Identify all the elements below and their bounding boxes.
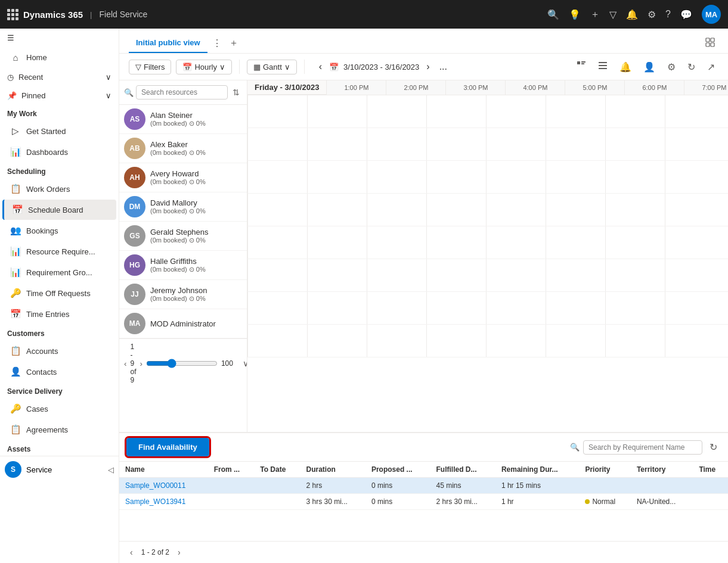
gantt-cell-r6-3-00-PM[interactable] [367, 259, 426, 291]
gantt-cell-r2-5-00-PM[interactable] [486, 128, 546, 160]
board-view-icon[interactable] [702, 35, 718, 52]
tab-options-button[interactable]: ⋮ [210, 35, 224, 51]
gantt-cell-r6-1-00-PM[interactable] [247, 259, 307, 291]
add-tab-button[interactable]: ＋ [227, 35, 241, 52]
filters-button[interactable]: ▽ Filters [129, 60, 171, 74]
gantt-cell-r7-4-00-PM[interactable] [426, 292, 486, 324]
resource-search-input[interactable] [136, 85, 228, 99]
prev-date-button[interactable]: ‹ [317, 59, 324, 74]
gantt-cell-r7-2-00-PM[interactable] [307, 292, 367, 324]
gantt-cell-r2-7-00-PM[interactable] [605, 128, 665, 160]
sidebar-item-requirement-groups[interactable]: 📊 Requirement Gro... [2, 262, 116, 282]
gantt-cell-r5-4-00-PM[interactable] [426, 226, 486, 259]
gantt-cell-r4-6-00-PM[interactable] [546, 194, 605, 226]
gantt-cell-r4-3-00-PM[interactable] [367, 194, 426, 226]
sidebar-item-dashboards[interactable]: 📊 Dashboards [2, 142, 116, 162]
gantt-cell-r3-7-00-PM[interactable] [605, 161, 665, 193]
hourly-view-button[interactable]: 📅 Hourly ∨ [176, 60, 232, 74]
gantt-cell-r5-5-00-PM[interactable] [486, 226, 546, 259]
table-row-r1[interactable]: Sample_WO000112 hrs0 mins45 mins1 hr 15 … [119, 478, 728, 494]
list-view-icon[interactable] [594, 58, 611, 75]
gantt-cell-r1-2-00-PM[interactable] [307, 95, 367, 127]
gantt-cell-r5-3-00-PM[interactable] [367, 226, 426, 259]
gantt-cell-r8-6-00-PM[interactable] [546, 325, 605, 357]
gantt-cell-r3-8-00-PM[interactable] [665, 161, 724, 193]
sidebar-item-agreements[interactable]: 📋 Agreements [2, 419, 116, 440]
gantt-cell-r4-1-00-PM[interactable] [247, 194, 307, 226]
gantt-cell-r5-8-00-PM[interactable] [665, 226, 724, 259]
more-options-button[interactable]: ... [437, 59, 450, 74]
collapse-button[interactable]: ∨ [243, 359, 247, 368]
gantt-cell-r6-2-00-PM[interactable] [307, 259, 367, 291]
gantt-cell-r5-2-00-PM[interactable] [307, 226, 367, 259]
gantt-cell-r8-2-00-PM[interactable] [307, 325, 367, 357]
gantt-cell-r6-4-00-PM[interactable] [426, 259, 486, 291]
gantt-cell-r3-1-00-PM[interactable] [247, 161, 307, 193]
resource-prev-page-button[interactable]: ‹ [124, 359, 126, 368]
req-name-link-r2[interactable]: Sample_WO13941 [125, 497, 185, 506]
sidebar-item-schedule-board[interactable]: 📅 Schedule Board [2, 200, 116, 220]
plus-icon[interactable]: ＋ [590, 8, 600, 21]
gantt-cell-r3-2-00-PM[interactable] [307, 161, 367, 193]
sidebar-item-contacts[interactable]: 👤 Contacts [2, 362, 116, 382]
bell-icon[interactable]: 🔔 [626, 9, 638, 20]
gantt-cell-r7-8-00-PM[interactable] [665, 292, 724, 324]
gantt-cell-r8-4-00-PM[interactable] [426, 325, 486, 357]
resource-item-r6[interactable]: HG Halle Griffiths (0m booked) ⊙ 0% [119, 251, 247, 280]
gantt-cell-r5-7-00-PM[interactable] [605, 226, 665, 259]
sidebar-bottom-service[interactable]: S Service ◁ [0, 456, 119, 483]
lightbulb-icon[interactable]: 💡 [569, 9, 581, 20]
resource-item-r2[interactable]: AB Alex Baker (0m booked) ⊙ 0% [119, 134, 247, 163]
zoom-slider[interactable] [146, 359, 218, 368]
sidebar-item-cases[interactable]: 🔑 Cases [2, 399, 116, 419]
gantt-cell-r1-6-00-PM[interactable] [546, 95, 605, 127]
gantt-cell-r2-6-00-PM[interactable] [546, 128, 605, 160]
gantt-cell-r7-6-00-PM[interactable] [546, 292, 605, 324]
next-date-button[interactable]: › [424, 59, 432, 74]
gantt-cell-r1-7-00-PM[interactable] [605, 95, 665, 127]
sidebar-item-home[interactable]: ⌂ Home [2, 48, 116, 67]
gantt-cell-r8-3-00-PM[interactable] [367, 325, 426, 357]
gantt-cell-r6-8-00-PM[interactable] [665, 259, 724, 291]
alert-bell-icon[interactable]: 🔔 [616, 58, 635, 75]
help-icon[interactable]: ? [665, 9, 671, 20]
gantt-cell-r5-1-00-PM[interactable] [247, 226, 307, 259]
chat-icon[interactable]: 💬 [680, 9, 692, 20]
gantt-cell-r1-8-00-PM[interactable] [665, 95, 724, 127]
gantt-cell-r8-7-00-PM[interactable] [605, 325, 665, 357]
gantt-cell-r1-3-00-PM[interactable] [367, 95, 426, 127]
gantt-cell-r4-7-00-PM[interactable] [605, 194, 665, 226]
requirement-refresh-icon[interactable]: ↻ [706, 439, 721, 455]
sidebar-item-accounts[interactable]: 📋 Accounts [2, 341, 116, 361]
gantt-cell-r7-7-00-PM[interactable] [605, 292, 665, 324]
req-name-link-r1[interactable]: Sample_WO00011 [125, 481, 185, 490]
expand-icon[interactable]: ↗ [704, 58, 718, 75]
resource-item-r3[interactable]: AH Avery Howard (0m booked) ⊙ 0% [119, 163, 247, 192]
gantt-cell-r1-1-00-PM[interactable] [247, 95, 307, 127]
gantt-cell-r8-1-00-PM[interactable] [247, 325, 307, 357]
gantt-cell-r2-8-00-PM[interactable] [665, 128, 724, 160]
sidebar-item-pinned[interactable]: 📌 Pinned ∨ [0, 86, 119, 105]
app-launcher-icon[interactable] [7, 9, 18, 20]
gantt-cell-r1-5-00-PM[interactable] [486, 95, 546, 127]
gantt-cell-r6-5-00-PM[interactable] [486, 259, 546, 291]
board-settings-icon[interactable]: ⚙ [664, 58, 679, 75]
gantt-cell-r5-6-00-PM[interactable] [546, 226, 605, 259]
filter-icon[interactable]: ▽ [609, 9, 617, 20]
gantt-cell-r6-7-00-PM[interactable] [605, 259, 665, 291]
gantt-cell-r7-1-00-PM[interactable] [247, 292, 307, 324]
settings-icon[interactable]: ⚙ [648, 9, 656, 20]
resource-item-r4[interactable]: DM David Mallory (0m booked) ⊙ 0% [119, 192, 247, 222]
sidebar-item-resource-requirements[interactable]: 📊 Resource Require... [2, 241, 116, 262]
gantt-cell-r4-5-00-PM[interactable] [486, 194, 546, 226]
sort-button[interactable]: ⇅ [230, 85, 242, 99]
sidebar-item-time-entries[interactable]: 📅 Time Entries [2, 304, 116, 324]
resource-item-r7[interactable]: JJ Jeremy Johnson (0m booked) ⊙ 0% [119, 280, 247, 309]
sidebar-hamburger[interactable]: ☰ [0, 29, 119, 47]
gantt-cell-r4-4-00-PM[interactable] [426, 194, 486, 226]
gantt-cell-r7-5-00-PM[interactable] [486, 292, 546, 324]
gantt-cell-r6-6-00-PM[interactable] [546, 259, 605, 291]
gantt-scroll-area[interactable]: Friday - 3/10/2023 1:00 PM2:00 PM3:00 PM… [247, 80, 728, 432]
req-next-page-button[interactable]: › [174, 546, 184, 558]
resource-item-r1[interactable]: AS Alan Steiner (0m booked) ⊙ 0% [119, 105, 247, 134]
